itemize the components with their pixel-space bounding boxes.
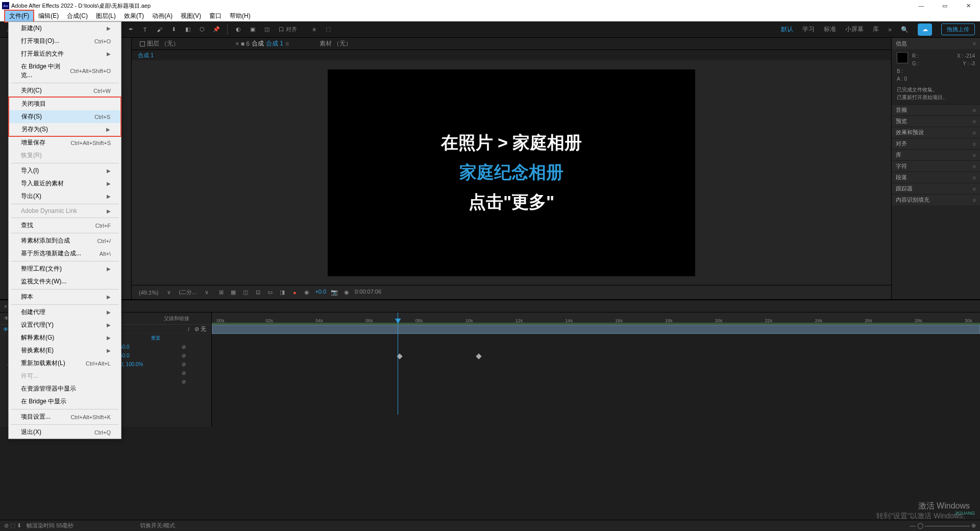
menu-project-settings[interactable]: 项目设置...Ctrl+Alt+Shift+K [9, 411, 121, 423]
menu-open-project[interactable]: 打开项目(O)...Ctrl+O [9, 35, 121, 47]
minimize-button[interactable]: — [910, 0, 933, 11]
layer-tab[interactable]: 图层 （无） [136, 38, 183, 49]
menu-browse-bridge[interactable]: 在 Bridge 中浏览...Ctrl+Alt+Shift+O [9, 60, 121, 82]
menu-view[interactable]: 视图(V) [177, 11, 205, 21]
shape-stroke-icon[interactable]: ▣ [247, 24, 258, 35]
close-button[interactable]: ✕ [957, 0, 980, 11]
toggle-tool-icon[interactable]: ⬚ [323, 24, 334, 35]
menu-save-as[interactable]: 另存为(S)▶ [9, 123, 120, 136]
info-panel-header[interactable]: 信息≡ [892, 38, 980, 49]
keyframe-scale-2[interactable] [476, 353, 482, 359]
footage-tab[interactable]: 素材 （无） [315, 38, 356, 49]
brush-tool-icon[interactable]: 🖌 [154, 24, 165, 35]
color-mgmt-icon[interactable]: ◉ [303, 288, 311, 297]
current-time[interactable]: 0:00:07:06 [355, 288, 381, 297]
menu-find[interactable]: 查找Ctrl+F [9, 219, 121, 232]
snap-label[interactable]: 口 对齐 [279, 26, 297, 33]
menu-new[interactable]: 新建(N)▶ [9, 22, 121, 35]
menu-layer[interactable]: 图层(L) [92, 11, 120, 21]
menu-help[interactable]: 帮助(H) [226, 11, 255, 21]
tracker-panel[interactable]: 跟踪器≡ [892, 183, 980, 194]
workspace-learn[interactable]: 学习 [802, 25, 815, 34]
snap-options-icon[interactable]: ⚹ [308, 24, 320, 35]
content-aware-panel[interactable]: 内容识别填充≡ [892, 194, 980, 205]
menu-file[interactable]: 文件(F) [4, 10, 34, 22]
menu-collect-files[interactable]: 整理工程(文件)▶ [9, 262, 121, 275]
menu-animation[interactable]: 动画(A) [148, 11, 177, 21]
menu-import-recent[interactable]: 导入最近的素材▶ [9, 177, 121, 190]
text-tool-icon[interactable]: T [139, 24, 151, 35]
track-area[interactable] [212, 325, 980, 406]
menu-replace[interactable]: 替换素材(E)▶ [9, 344, 121, 357]
guide-icon[interactable]: ▦ [229, 288, 237, 297]
layer-bar[interactable] [212, 325, 980, 334]
menu-add-to-comp[interactable]: 将素材添加到合成Ctrl+/ [9, 234, 121, 247]
menu-create-proxy[interactable]: 创建代理▶ [9, 306, 121, 319]
preview-panel[interactable]: 预览≡ [892, 115, 980, 127]
menu-import[interactable]: 导入(I)▶ [9, 164, 121, 177]
menu-composition[interactable]: 合成(C) [63, 11, 92, 21]
menu-open-recent[interactable]: 打开最近的文件▶ [9, 47, 121, 60]
menu-exit[interactable]: 退出(X)Ctrl+Q [9, 426, 121, 439]
menu-reveal-bridge[interactable]: 在 Bridge 中显示 [9, 395, 121, 408]
menu-watch-folder[interactable]: 监视文件夹(W)... [9, 275, 121, 288]
menu-close[interactable]: 关闭(C)Ctrl+W [9, 84, 121, 97]
pen-tool-icon[interactable]: ✒ [125, 24, 136, 35]
viewer-canvas[interactable]: 在照片 > 家庭相册 家庭纪念相册 点击"更多" [132, 60, 891, 285]
maximize-button[interactable]: ▭ [933, 0, 957, 11]
upload-button[interactable]: 拖拽上传 [941, 23, 975, 35]
timeline-tracks[interactable]: :00s02s04s06s08s10s12s14s16s18s20s22s24s… [212, 312, 980, 427]
clone-tool-icon[interactable]: ⬇ [168, 24, 179, 35]
paragraph-panel[interactable]: 段落≡ [892, 172, 980, 183]
zoom-dropdown[interactable]: (49.1%) [136, 288, 162, 297]
workspace-standard[interactable]: 标准 [824, 25, 836, 34]
switch-mode-label[interactable]: 切换开关/模式 [140, 522, 175, 529]
menu-save[interactable]: 保存(S)Ctrl+S [9, 110, 120, 123]
menu-reload[interactable]: 重新加载素材(L)Ctrl+Alt+L [9, 357, 121, 370]
grid-icon[interactable]: ⊞ [217, 288, 225, 297]
roto-tool-icon[interactable]: ⬡ [197, 24, 208, 35]
library-panel[interactable]: 库≡ [892, 149, 980, 160]
snapshot-icon[interactable]: 📷 [330, 288, 338, 297]
mask-tool-icon[interactable]: ◫ [261, 24, 273, 35]
panel-menu-icon[interactable]: ≡ [973, 40, 976, 46]
audio-panel[interactable]: 音频≡ [892, 104, 980, 115]
puppet-tool-icon[interactable]: 📌 [211, 24, 222, 35]
timeline-ruler[interactable]: :00s02s04s06s08s10s12s14s16s18s20s22s24s… [212, 312, 980, 325]
menu-scripts[interactable]: 脚本▶ [9, 291, 121, 303]
menu-incremental-save[interactable]: 增量保存Ctrl+Alt+Shift+S [9, 136, 121, 149]
workspace-more[interactable]: » [888, 26, 892, 33]
menu-new-comp-from[interactable]: 基于所选项新建合成...Alt+\ [9, 247, 121, 260]
workspace-small-screen[interactable]: 小屏幕 [845, 25, 864, 34]
preview-icon[interactable]: ◉ [342, 288, 351, 297]
shape-fill-icon[interactable]: ◐ [233, 24, 244, 35]
menu-effect[interactable]: 效果(T) [120, 11, 148, 21]
comp-tab[interactable]: × ■ 6 合成 合成 1 ≡ [231, 38, 293, 49]
menu-export[interactable]: 导出(X)▶ [9, 190, 121, 203]
align-panel[interactable]: 对齐≡ [892, 138, 980, 149]
menu-window[interactable]: 窗口 [205, 11, 226, 21]
menu-interpret[interactable]: 解释素材(G)▶ [9, 331, 121, 344]
region-icon[interactable]: ▭ [266, 288, 274, 297]
menu-license[interactable]: 许可... [9, 370, 121, 382]
menu-dynamic-link[interactable]: Adobe Dynamic Link▶ [9, 205, 121, 216]
render-controls[interactable]: ⊘ ⬚ ⬇ [4, 522, 21, 529]
mask-icon[interactable]: ◫ [241, 288, 250, 297]
workspace-library[interactable]: 库 [873, 25, 879, 34]
channel-icon[interactable]: ⊡ [254, 288, 262, 297]
eraser-tool-icon[interactable]: ◧ [182, 24, 193, 35]
menu-close-project[interactable]: 关闭项目 [9, 98, 120, 110]
cloud-sync-icon[interactable]: ☁ [918, 23, 932, 36]
tab-close-icon[interactable]: × [4, 303, 7, 309]
character-panel[interactable]: 字符≡ [892, 160, 980, 172]
menu-reveal-explorer[interactable]: 在资源管理器中显示 [9, 382, 121, 395]
exposure-value[interactable]: +0.0 [315, 288, 326, 297]
3d-icon[interactable]: ● [290, 288, 299, 297]
transparency-icon[interactable]: ◨ [278, 288, 286, 297]
search-icon[interactable]: 🔍 [901, 26, 909, 33]
menu-set-proxy[interactable]: 设置代理(Y)▶ [9, 319, 121, 331]
menu-edit[interactable]: 编辑(E) [34, 11, 63, 21]
workspace-default[interactable]: 默认 [781, 25, 793, 34]
resolution-dropdown[interactable]: (二分... [176, 287, 200, 297]
effects-panel[interactable]: 效果和预设≡ [892, 127, 980, 138]
